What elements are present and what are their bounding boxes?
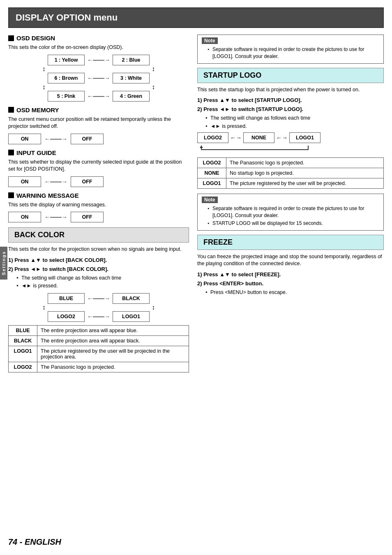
table-row: BLACK The entire projection area will ap… [9,335,189,346]
warning-message-off: OFF [71,212,104,222]
osd-memory-heading: OSD MEMORY [8,106,189,113]
back-color-desc: This sets the color for the projection s… [8,246,189,253]
startup-cycle-arrow1: ←→ [228,134,243,141]
note-2-item-1: Separate software is required in order t… [208,205,379,219]
note-1: Note Separate software is required in or… [197,35,384,64]
table-row: LOGO2 The Panasonic logo is projected. [198,158,384,168]
osd-memory-desc: The current menu cursor position will be… [8,116,189,130]
input-guide-section: INPUT GUIDE This sets whether to display… [8,149,189,187]
startup-table-key-logo2: LOGO2 [198,158,226,168]
table-val-blue: The entire projection area will appear b… [37,325,189,335]
input-guide-arrow: ←——→ [41,178,71,185]
left-column: OSD DESIGN This sets the color of the on… [8,35,189,377]
heading-square-4 [8,192,14,198]
table-row: BLUE The entire projection area will app… [9,325,189,335]
right-column: Note Separate software is required in or… [197,35,384,377]
startup-logo-banner: STARTUP LOGO [197,68,384,83]
startup-logo-bullet-1: The setting will change as follows each … [205,115,384,122]
warning-message-on: ON [8,212,41,222]
startup-cycle-svg [197,144,312,153]
table-key-black: BLACK [9,335,37,346]
osd-yellow: 1 : Yellow [48,55,85,65]
warning-message-heading: WARNING MESSAGE [8,192,189,199]
cycle-top-row: BLUE ←——→ BLACK [8,293,189,304]
osd-white: 3 : White [113,73,150,83]
warning-message-desc: This sets the display of warning message… [8,201,189,209]
osd-brown: 6 : Brown [48,73,85,83]
note-2-list: Separate software is required in order t… [208,205,379,227]
back-color-step1: 1) Press ▲▼ to select [BACK COLOR]. [8,257,189,264]
cycle-arrow-1: ←——→ [85,295,113,302]
startup-logo-step1: 1) Press ▲▼ to select [STARTUP LOGO]. [197,97,384,104]
cycle-blue: BLUE [48,293,85,304]
page-title: DISPLAY OPTION menu [8,7,384,28]
back-color-bullet-1: The setting will change as follows each … [16,275,189,282]
startup-logo-step2: 2) Press ◄► to switch [STARTUP LOGO]. [197,106,384,113]
table-row: LOGO2 The Panasonic logo is projected. [9,362,189,372]
note-1-item-1: Separate software is required in order t… [208,46,379,60]
table-row: LOGO1 The picture registered by the user… [9,346,189,362]
osd-row-2: 6 : Brown ←——→ 3 : White [8,73,189,83]
startup-logo-desc: This sets the startup logo that is proje… [197,86,384,94]
osd-row-3: 5 : Pink ←——→ 4 : Green [8,91,189,102]
heading-square [8,35,14,41]
osd-design-section: OSD DESIGN This sets the color of the on… [8,35,189,102]
freeze-section: FREEZE You can freeze the projected imag… [197,235,384,296]
table-row: LOGO1 The picture registered by the user… [198,178,384,189]
heading-square-3 [8,150,14,155]
osd-arrow-3: ←——→ [85,93,113,99]
startup-table-val-none: No startup logo is projected. [226,168,384,178]
warning-message-section: WARNING MESSAGE This sets the display of… [8,192,189,223]
input-guide-off: OFF [71,176,104,187]
table-val-black: The entire projection area will appear b… [37,335,189,346]
input-guide-desc: This sets whether to display the current… [8,159,189,173]
startup-table-key-none: NONE [198,168,226,178]
freeze-step2: 2) Press <ENTER> button. [197,280,384,287]
table-key-logo1: LOGO1 [9,346,37,362]
osd-blue: 2 : Blue [113,55,150,65]
back-color-step2: 2) Press ◄► to switch [BACK COLOR]. [8,266,189,273]
osd-memory-on: ON [8,134,41,144]
input-guide-heading: INPUT GUIDE [8,149,189,156]
startup-cycle-logo1: LOGO1 [289,132,321,143]
osd-memory-on-off: ON ←——→ OFF [8,134,189,144]
note-2-item-2: STARTUP LOGO will be displayed for 15 se… [208,220,379,227]
startup-cycle-arrow2: ←→ [274,134,289,141]
side-tab-label: Settings [1,251,6,275]
startup-table-val-logo2: The Panasonic logo is projected. [226,158,384,168]
cycle-vert-arrows: ↕ ↕ [8,304,189,311]
startup-cycle-return [197,144,384,154]
startup-logo-bullet-2: ◄► is pressed. [205,123,384,130]
cycle-black: BLACK [113,293,150,304]
osd-arrow-1: ←——→ [85,57,113,63]
freeze-bullet-1: Press <MENU> button to escape. [205,289,384,296]
osd-design-heading: OSD DESIGN [8,35,189,42]
input-guide-on: ON [8,176,41,187]
back-color-section: BACK COLOR This sets the color for the p… [8,227,189,372]
startup-logo-section: STARTUP LOGO This sets the startup logo … [197,68,384,189]
startup-logo-cycle-diagram: LOGO2 ←→ NONE ←→ LOGO1 [197,132,384,154]
warning-message-arrow: ←——→ [41,214,71,220]
startup-cycle-none: NONE [243,132,274,143]
osd-memory-section: OSD MEMORY The current menu cursor posit… [8,106,189,144]
startup-table-val-logo1: The picture registered by the user will … [226,178,384,189]
heading-square-2 [8,107,14,113]
note-1-title: Note [202,37,218,44]
note-2-title: Note [202,197,218,203]
table-val-logo2: The Panasonic logo is projected. [37,362,189,372]
back-color-banner: BACK COLOR [8,227,189,243]
note-2: Note Separate software is required in or… [197,194,384,230]
note-1-list: Separate software is required in order t… [208,46,379,60]
startup-logo-bullets: The setting will change as follows each … [205,115,384,130]
back-color-bullet-2: ◄► is pressed. [16,282,189,290]
cycle-logo2: LOGO2 [48,311,85,322]
cycle-logo1: LOGO1 [113,311,150,322]
startup-logo-cycle-row: LOGO2 ←→ NONE ←→ LOGO1 [197,132,384,143]
osd-arrow-2: ←——→ [85,75,113,81]
table-val-logo1: The picture registered by the user will … [37,346,189,362]
input-guide-on-off: ON ←——→ OFF [8,176,189,187]
osd-memory-arrow: ←——→ [41,136,71,142]
osd-row-1: 1 : Yellow ←——→ 2 : Blue [8,55,189,65]
osd-memory-off: OFF [71,134,104,144]
svg-marker-0 [200,146,203,148]
